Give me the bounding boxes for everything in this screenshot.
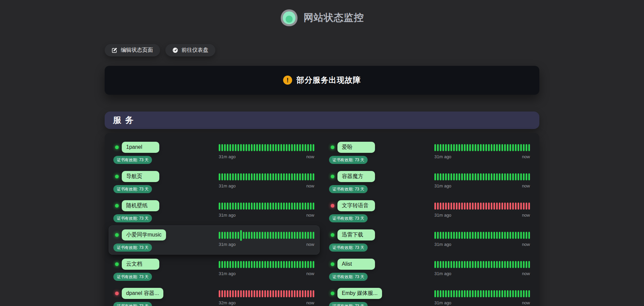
uptime-bar[interactable]: [305, 144, 306, 151]
uptime-bar[interactable]: [456, 144, 458, 151]
uptime-bar[interactable]: [224, 173, 226, 180]
uptime-bar[interactable]: [235, 144, 236, 151]
uptime-bar[interactable]: [291, 261, 293, 268]
uptime-bar[interactable]: [232, 144, 234, 151]
uptime-bar[interactable]: [251, 144, 253, 151]
uptime-bar[interactable]: [272, 290, 274, 297]
uptime-bar[interactable]: [461, 203, 463, 210]
uptime-bar[interactable]: [485, 144, 487, 151]
uptime-bar[interactable]: [270, 232, 271, 239]
uptime-bar[interactable]: [437, 232, 439, 239]
uptime-bar[interactable]: [467, 203, 468, 210]
uptime-bar[interactable]: [302, 290, 304, 297]
uptime-bar[interactable]: [483, 290, 484, 297]
uptime-bar[interactable]: [523, 261, 525, 268]
uptime-bar[interactable]: [472, 290, 474, 297]
uptime-bar[interactable]: [240, 290, 242, 297]
uptime-bar[interactable]: [294, 144, 296, 151]
uptime-bar[interactable]: [243, 232, 245, 239]
uptime-bar[interactable]: [526, 173, 527, 180]
uptime-bar[interactable]: [256, 232, 258, 239]
uptime-bar[interactable]: [507, 261, 508, 268]
uptime-bar[interactable]: [475, 232, 476, 239]
uptime-bar[interactable]: [467, 261, 468, 268]
uptime-bar[interactable]: [528, 261, 530, 268]
uptime-bar[interactable]: [520, 173, 522, 180]
uptime-bar[interactable]: [459, 203, 460, 210]
uptime-bar[interactable]: [515, 290, 517, 297]
uptime-bar[interactable]: [493, 144, 495, 151]
monitor-row[interactable]: 随机壁纸 证书有效期: 73 天 31m ago now: [109, 196, 320, 225]
uptime-bar[interactable]: [294, 232, 296, 239]
edit-status-page-button[interactable]: 编辑状态页面: [105, 44, 160, 56]
uptime-bar[interactable]: [288, 144, 290, 151]
uptime-bar[interactable]: [229, 261, 231, 268]
uptime-bar[interactable]: [448, 144, 449, 151]
monitor-name-badge[interactable]: 导航页: [122, 171, 159, 182]
uptime-bar[interactable]: [267, 290, 269, 297]
uptime-bar[interactable]: [224, 203, 226, 210]
monitor-name-badge[interactable]: 迅雷下载: [337, 229, 375, 241]
uptime-bar[interactable]: [440, 232, 441, 239]
uptime-bar[interactable]: [283, 261, 285, 268]
uptime-bar[interactable]: [523, 290, 525, 297]
uptime-bar[interactable]: [270, 290, 271, 297]
uptime-bar[interactable]: [518, 232, 519, 239]
uptime-bar[interactable]: [256, 261, 258, 268]
uptime-bar[interactable]: [501, 173, 503, 180]
uptime-bar[interactable]: [237, 203, 239, 210]
uptime-bar[interactable]: [240, 144, 242, 151]
uptime-bar[interactable]: [504, 261, 506, 268]
uptime-bar[interactable]: [219, 261, 220, 268]
uptime-bar[interactable]: [475, 203, 476, 210]
uptime-bar[interactable]: [305, 173, 306, 180]
uptime-bar[interactable]: [485, 290, 487, 297]
uptime-bar[interactable]: [509, 144, 511, 151]
uptime-bar[interactable]: [509, 203, 511, 210]
uptime-bar[interactable]: [294, 173, 296, 180]
uptime-bar[interactable]: [256, 173, 258, 180]
uptime-bar[interactable]: [246, 290, 247, 297]
uptime-bar[interactable]: [480, 144, 482, 151]
uptime-bar[interactable]: [254, 290, 255, 297]
uptime-bar[interactable]: [496, 261, 498, 268]
uptime-bar[interactable]: [256, 290, 258, 297]
uptime-bar[interactable]: [275, 232, 277, 239]
uptime-bar[interactable]: [480, 173, 482, 180]
uptime-bar[interactable]: [442, 261, 444, 268]
uptime-bar[interactable]: [453, 203, 455, 210]
uptime-bar[interactable]: [232, 261, 234, 268]
uptime-bar[interactable]: [512, 144, 514, 151]
uptime-bar[interactable]: [437, 173, 439, 180]
uptime-bar[interactable]: [232, 173, 234, 180]
uptime-bar[interactable]: [464, 232, 466, 239]
uptime-bar[interactable]: [219, 173, 220, 180]
uptime-bar[interactable]: [288, 261, 290, 268]
uptime-bar[interactable]: [294, 261, 296, 268]
uptime-bar[interactable]: [278, 290, 279, 297]
uptime-bar[interactable]: [518, 144, 519, 151]
uptime-bar[interactable]: [229, 203, 231, 210]
uptime-bar[interactable]: [445, 232, 447, 239]
uptime-bar[interactable]: [475, 261, 476, 268]
uptime-bar[interactable]: [286, 261, 287, 268]
uptime-bar[interactable]: [440, 290, 441, 297]
uptime-bar[interactable]: [434, 232, 436, 239]
uptime-bar[interactable]: [504, 290, 506, 297]
monitor-row[interactable]: 爱盼 证书有效期: 73 天 31m ago now: [324, 138, 535, 167]
uptime-bar[interactable]: [227, 290, 228, 297]
uptime-bar[interactable]: [262, 173, 263, 180]
uptime-bar[interactable]: [254, 144, 255, 151]
uptime-bar[interactable]: [523, 232, 525, 239]
uptime-bar[interactable]: [459, 261, 460, 268]
uptime-bar[interactable]: [491, 232, 492, 239]
uptime-bar[interactable]: [456, 290, 458, 297]
uptime-bar[interactable]: [445, 203, 447, 210]
uptime-bar[interactable]: [221, 203, 223, 210]
uptime-bar[interactable]: [450, 261, 452, 268]
uptime-bar[interactable]: [442, 290, 444, 297]
uptime-bar[interactable]: [235, 203, 236, 210]
uptime-bar[interactable]: [283, 203, 285, 210]
uptime-bar[interactable]: [456, 203, 458, 210]
uptime-bar[interactable]: [448, 232, 449, 239]
